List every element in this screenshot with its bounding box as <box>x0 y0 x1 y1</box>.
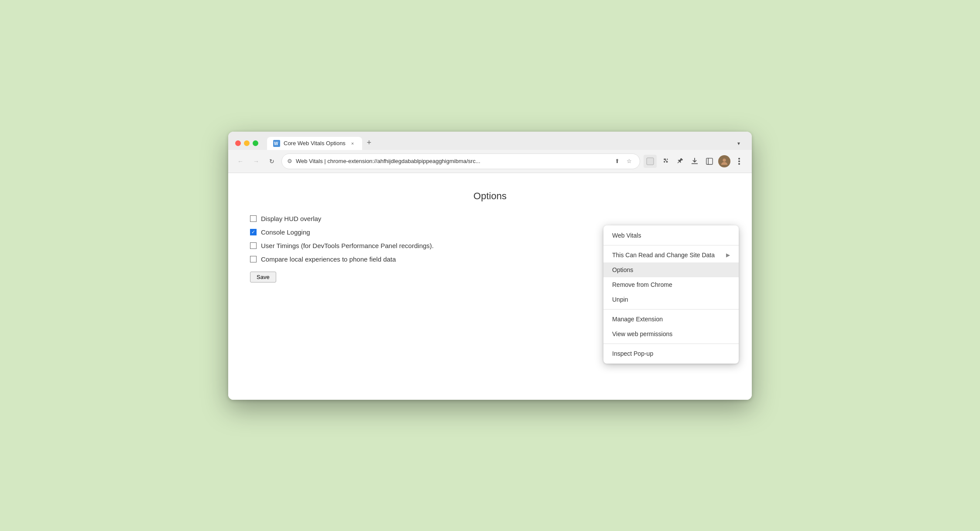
extension-bg-icon <box>646 157 654 165</box>
tab-label: Core Web Vitals Options <box>284 140 346 146</box>
refresh-button[interactable]: ↻ <box>266 155 278 167</box>
menu-item-options[interactable]: Options <box>603 262 739 277</box>
pin-icon <box>676 157 684 165</box>
submenu-arrow-icon: ▶ <box>726 252 730 258</box>
save-button[interactable]: Save <box>250 272 276 283</box>
minimize-button[interactable] <box>244 140 250 146</box>
svg-point-7 <box>738 160 740 162</box>
browser-window: W Core Web Vitals Options × + ▾ ← → ↻ ⚙ … <box>228 132 752 400</box>
address-bar[interactable]: ⚙ Web Vitals | chrome-extension://ahfhij… <box>281 153 640 169</box>
active-tab[interactable]: W Core Web Vitals Options × <box>267 137 362 150</box>
menu-label-options: Options <box>612 266 633 273</box>
option-label-3: Compare local experiences to phone field… <box>261 255 396 263</box>
forward-button[interactable]: → <box>250 155 262 167</box>
more-dots-icon <box>738 157 740 165</box>
tab-favicon: W <box>273 140 280 147</box>
toolbar-actions <box>644 155 746 168</box>
checkbox-console-logging[interactable] <box>250 229 257 235</box>
puzzle-icon <box>661 157 669 165</box>
profile-avatar <box>718 155 730 167</box>
address-actions: ⬆ ☆ <box>612 156 634 167</box>
svg-rect-3 <box>706 158 713 164</box>
bookmark-button[interactable]: ☆ <box>624 156 634 167</box>
menu-divider-2 <box>603 309 739 310</box>
extensions-button[interactable] <box>658 155 672 168</box>
title-bar: W Core Web Vitals Options × + ▾ <box>228 132 752 150</box>
download-button[interactable] <box>688 155 701 168</box>
sidebar-icon <box>706 157 713 165</box>
tab-close-button[interactable]: × <box>349 140 356 147</box>
menu-item-remove[interactable]: Remove from Chrome <box>603 277 739 292</box>
sidebar-button[interactable] <box>703 155 716 168</box>
address-text: Web Vitals | chrome-extension://ahfhijdl… <box>296 158 608 164</box>
menu-label-site-data: This Can Read and Change Site Data <box>612 252 715 259</box>
option-label-2: User Timings (for DevTools Performance P… <box>261 242 434 249</box>
menu-item-inspect-popup[interactable]: Inspect Pop-up <box>603 346 739 361</box>
menu-divider-3 <box>603 344 739 344</box>
address-security-icon: ⚙ <box>287 158 292 164</box>
menu-item-web-vitals[interactable]: Web Vitals <box>603 228 739 243</box>
menu-label-manage-extension: Manage Extension <box>612 316 663 323</box>
menu-label-view-permissions: View web permissions <box>612 330 672 337</box>
download-icon <box>691 157 699 165</box>
menu-divider-1 <box>603 245 739 245</box>
checkbox-user-timings[interactable] <box>250 242 257 249</box>
toolbar: ← → ↻ ⚙ Web Vitals | chrome-extension://… <box>228 150 752 173</box>
option-label-0: Display HUD overlay <box>261 215 321 222</box>
profile-button[interactable] <box>718 155 731 168</box>
maximize-button[interactable] <box>253 140 258 146</box>
menu-item-site-data[interactable]: This Can Read and Change Site Data ▶ <box>603 248 739 262</box>
menu-item-manage-extension[interactable]: Manage Extension <box>603 312 739 327</box>
svg-point-8 <box>738 163 740 165</box>
svg-point-6 <box>738 158 740 160</box>
svg-text:W: W <box>274 141 278 146</box>
tab-list-button[interactable]: ▾ <box>733 137 745 150</box>
option-label-1: Console Logging <box>261 228 310 236</box>
close-button[interactable] <box>235 140 241 146</box>
menu-label-web-vitals: Web Vitals <box>612 232 641 239</box>
page-content: Options Display HUD overlay Console Logg… <box>228 173 752 400</box>
pin-button[interactable] <box>673 155 686 168</box>
share-button[interactable]: ⬆ <box>612 156 622 167</box>
menu-label-inspect-popup: Inspect Pop-up <box>612 350 653 357</box>
svg-point-5 <box>723 158 726 161</box>
avatar-icon <box>720 157 728 165</box>
context-menu: Web Vitals This Can Read and Change Site… <box>603 225 739 364</box>
more-button[interactable] <box>733 155 746 168</box>
menu-label-unpin: Unpin <box>612 296 628 303</box>
page-title: Options <box>246 191 734 202</box>
traffic-lights <box>235 140 258 146</box>
option-item-0: Display HUD overlay <box>250 215 734 222</box>
menu-label-remove: Remove from Chrome <box>612 281 672 288</box>
checkbox-hud-overlay[interactable] <box>250 215 257 222</box>
extension-background-button[interactable] <box>644 155 657 168</box>
checkbox-compare-local[interactable] <box>250 256 257 262</box>
svg-rect-2 <box>647 158 654 165</box>
menu-item-unpin[interactable]: Unpin <box>603 292 739 307</box>
new-tab-button[interactable]: + <box>363 137 375 149</box>
menu-item-view-permissions[interactable]: View web permissions <box>603 327 739 341</box>
tabs-area: W Core Web Vitals Options × + <box>267 137 727 150</box>
back-button[interactable]: ← <box>234 155 247 167</box>
